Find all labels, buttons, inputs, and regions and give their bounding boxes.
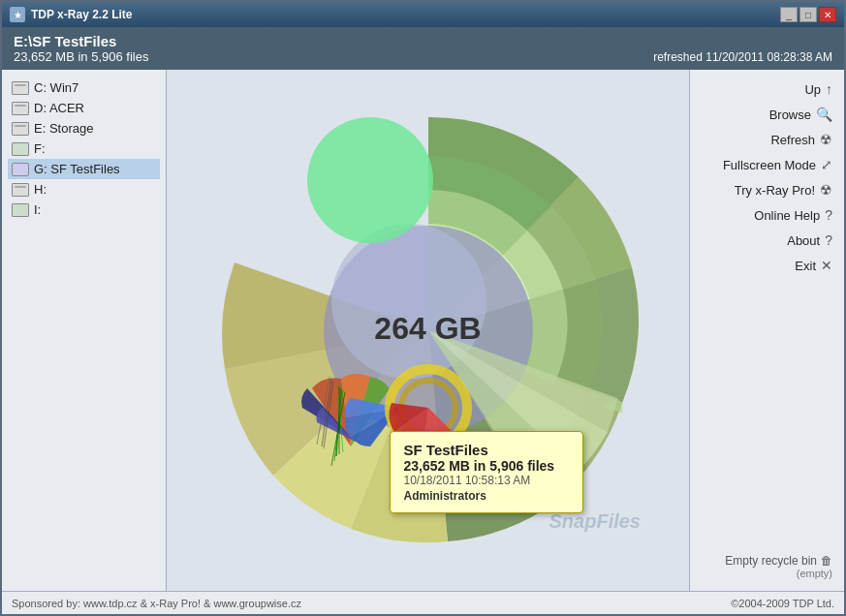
minimize-button[interactable]: _: [780, 7, 798, 22]
main-content: C: Win7 D: ACER E: Storage F: G: SF Test…: [2, 70, 844, 591]
header-path-group: E:\SF TestFiles 23,652 MB in 5,906 files: [14, 33, 148, 64]
drive-d[interactable]: D: ACER: [8, 98, 160, 118]
drive-i-icon: [12, 203, 29, 217]
refresh-timestamp: refreshed 11/20/2011 08:28:38 AM: [653, 50, 832, 64]
up-icon: ↑: [826, 81, 832, 97]
main-window: ★ TDP x-Ray 2.2 Lite _ □ ✕ E:\SF TestFil…: [0, 0, 846, 616]
xray-label: Try x-Ray Pro!: [735, 183, 815, 198]
header-bar: E:\SF TestFiles 23,652 MB in 5,906 files…: [2, 27, 844, 70]
recycle-label[interactable]: Empty recycle bin 🗑: [702, 554, 832, 568]
drive-e-label: E: Storage: [34, 121, 93, 136]
drive-g-icon: [12, 163, 29, 176]
maximize-button[interactable]: □: [799, 7, 817, 22]
drive-g[interactable]: G: SF TestFiles: [8, 159, 160, 179]
help-icon: ?: [825, 207, 832, 223]
drive-f[interactable]: F:: [8, 139, 160, 159]
xray-icon: ☢: [820, 182, 832, 198]
title-bar-left: ★ TDP x-Ray 2.2 Lite: [10, 7, 132, 22]
help-label: Online Help: [754, 208, 820, 223]
fullscreen-icon: ⤢: [821, 157, 832, 172]
recycle-section: Empty recycle bin 🗑 (empty): [696, 550, 838, 583]
exit-button[interactable]: Exit ✕: [696, 254, 838, 277]
file-info: 23,652 MB in 5,906 files: [14, 49, 148, 64]
recycle-icon: 🗑: [821, 554, 832, 568]
footer-left: Sponsored by: www.tdp.cz & x-Ray Pro! & …: [12, 598, 301, 609]
tooltip-box: SF TestFiles 23,652 MB in 5,906 files 10…: [390, 431, 583, 513]
recycle-bin-label: Empty recycle bin: [725, 554, 817, 568]
window-title: TDP x-Ray 2.2 Lite: [31, 8, 132, 21]
drive-f-icon: [12, 142, 29, 156]
svg-point-2: [307, 117, 433, 243]
drive-e[interactable]: E: Storage: [8, 118, 160, 139]
drives-panel: C: Win7 D: ACER E: Storage F: G: SF Test…: [2, 70, 167, 591]
fullscreen-label: Fullscreen Mode: [723, 158, 816, 172]
drive-d-icon: [12, 102, 29, 115]
window-controls: _ □ ✕: [780, 7, 836, 22]
close-button[interactable]: ✕: [819, 7, 836, 22]
drive-c-label: C: Win7: [34, 80, 78, 95]
about-button[interactable]: About ?: [696, 229, 838, 252]
help-button[interactable]: Online Help ?: [696, 203, 838, 227]
drive-h-label: H:: [34, 182, 47, 197]
browse-button[interactable]: Browse 🔍: [696, 103, 838, 126]
about-label: About: [787, 233, 820, 248]
browse-label: Browse: [769, 108, 811, 122]
about-icon: ?: [825, 232, 832, 248]
drive-g-label: G: SF TestFiles: [34, 162, 120, 176]
browse-icon: 🔍: [816, 107, 832, 122]
tooltip-date: 10/18/2011 10:58:13 AM: [404, 474, 569, 487]
tooltip-size: 23,652 MB in 5,906 files: [404, 458, 569, 474]
refresh-icon: ☢: [820, 132, 832, 147]
exit-label: Exit: [795, 259, 816, 273]
up-label: Up: [804, 82, 821, 97]
drive-h-icon: [12, 183, 29, 197]
drive-d-label: D: ACER: [34, 101, 84, 115]
header-info: E:\SF TestFiles 23,652 MB in 5,906 files…: [14, 33, 832, 64]
drive-f-label: F:: [34, 141, 46, 156]
xray-button[interactable]: Try x-Ray Pro! ☢: [696, 178, 838, 201]
tooltip-title: SF TestFiles: [404, 442, 569, 458]
refresh-button[interactable]: Refresh ☢: [696, 128, 838, 151]
drive-i[interactable]: I:: [8, 200, 160, 220]
current-path: E:\SF TestFiles: [14, 33, 148, 49]
up-button[interactable]: Up ↑: [696, 77, 838, 101]
fullscreen-button[interactable]: Fullscreen Mode ⤢: [696, 153, 838, 176]
nav-panel: Up ↑ Browse 🔍 Refresh ☢ Fullscreen Mode …: [689, 70, 844, 591]
drive-h[interactable]: H:: [8, 179, 160, 200]
recycle-status: (empty): [702, 568, 832, 579]
drive-e-icon: [12, 122, 29, 136]
refresh-label: Refresh: [770, 133, 815, 147]
title-bar: ★ TDP x-Ray 2.2 Lite _ □ ✕: [2, 2, 844, 27]
tooltip-user: Administrators: [404, 489, 569, 503]
drive-c-icon: [12, 81, 29, 95]
drive-i-label: I:: [34, 202, 41, 217]
drive-c[interactable]: C: Win7: [8, 77, 160, 98]
footer: Sponsored by: www.tdp.cz & x-Ray Pro! & …: [2, 591, 844, 614]
chart-area[interactable]: 264 GB SnapFiles SF TestFiles 23,652 MB …: [167, 70, 689, 591]
exit-icon: ✕: [821, 258, 832, 273]
app-icon: ★: [10, 7, 25, 22]
footer-right: ©2004-2009 TDP Ltd.: [731, 598, 834, 609]
